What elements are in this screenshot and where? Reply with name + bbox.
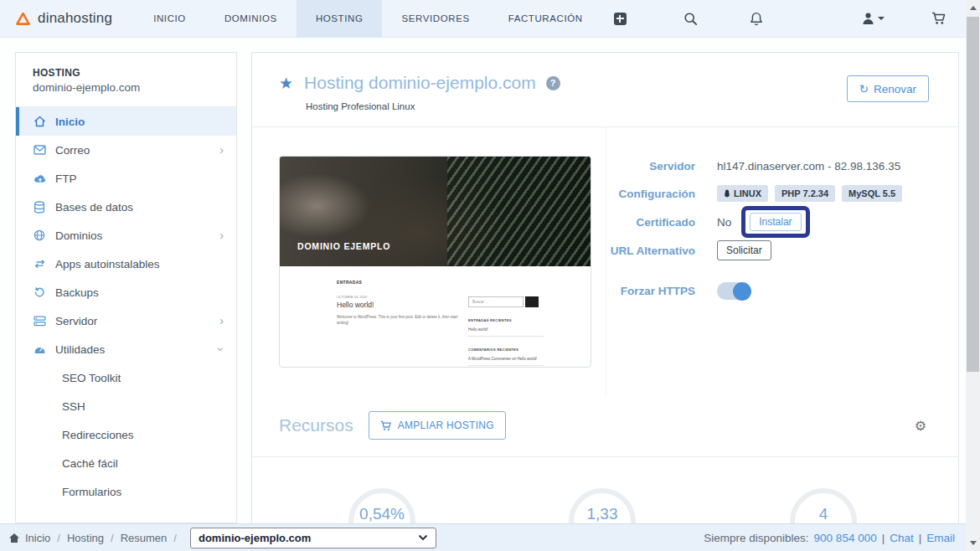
gear-settings-icon[interactable]: ⚙ <box>915 418 926 434</box>
linux-penguin-icon <box>724 189 730 198</box>
globe-icon <box>34 229 55 241</box>
notifications-bell-icon[interactable] <box>750 12 763 26</box>
sidebar-item-label: Servidor <box>55 315 97 327</box>
database-icon <box>34 201 55 214</box>
hosting-details: Servidor hl147.dinaserver.com - 82.98.13… <box>607 127 942 300</box>
overview-divider <box>606 127 606 395</box>
sidebar-product-type: HOSTING <box>33 67 219 79</box>
sidebar-item-apps-autoinstalables[interactable]: Apps autoinstalables <box>16 250 236 278</box>
sidebar-item-label: FTP <box>55 173 77 185</box>
main-panel: ★ Hosting dominio-ejemplo.com ? Hosting … <box>251 52 959 551</box>
nav-item-servidores[interactable]: SERVIDORES <box>382 0 488 38</box>
certificate-row: Certificado No Instalar <box>607 205 942 239</box>
site-preview-thumbnail[interactable]: DOMINIO EJEMPLO ENTRADAS OCTUBRE 14, 202… <box>279 156 591 368</box>
favorite-star-icon[interactable]: ★ <box>279 74 293 93</box>
preview-search-input: Buscar ... <box>468 296 524 307</box>
add-product-icon[interactable] <box>614 13 627 25</box>
panel-header: ★ Hosting dominio-ejemplo.com ? Hosting … <box>252 53 958 126</box>
sidebar-item-ssh[interactable]: SSH <box>16 392 236 420</box>
instalar-button[interactable]: Instalar <box>750 213 801 231</box>
php-badge: PHP 7.2.34 <box>775 185 835 202</box>
nav-item-hosting[interactable]: HOSTING <box>297 0 383 38</box>
preview-recent-comment: A WordPress Commenter on Hello world! <box>468 357 544 366</box>
sidebar-item-dominios[interactable]: Dominios › <box>16 221 236 250</box>
gauge-value: 4 <box>795 505 852 523</box>
sidebar-item-cache-facil[interactable]: Caché fácil <box>16 449 236 477</box>
sidebar-item-utilidades[interactable]: Utilidades › <box>16 335 236 363</box>
linux-badge-label: LINUX <box>734 188 761 198</box>
chevron-down-icon: › <box>215 348 229 352</box>
preview-hero-image: DOMINIO EJEMPLO <box>280 157 591 266</box>
ampliar-hosting-label: AMPLIAR HOSTING <box>398 420 494 431</box>
sidebar-item-seo-toolkit[interactable]: SEO Toolkit <box>16 363 236 392</box>
force-https-label: Forzar HTTPS <box>607 285 717 297</box>
sidebar: HOSTING dominio-ejemplo.com Inicio Corre… <box>15 52 237 523</box>
ampliar-hosting-button[interactable]: AMPLIAR HOSTING <box>369 411 506 440</box>
help-icon[interactable]: ? <box>546 76 560 90</box>
sidebar-item-inicio[interactable]: Inicio <box>16 107 236 136</box>
gauge-value: 0,54% <box>353 505 410 523</box>
preview-post-date: OCTUBRE 14, 2020 <box>337 295 582 299</box>
sidebar-item-backups[interactable]: Backups <box>16 278 236 306</box>
cloud-upload-icon <box>34 173 55 183</box>
sidebar-item-label: Caché fácil <box>62 457 118 470</box>
nav-item-facturacion[interactable]: FACTURACIÓN <box>489 0 602 38</box>
preview-recent-comments-header: COMENTARIOS RECIENTES <box>468 348 544 352</box>
sidebar-item-label: Utilidades <box>55 343 105 356</box>
breadcrumb-resumen[interactable]: Resumen <box>121 532 168 544</box>
nav-item-dominios[interactable]: DOMINIOS <box>205 0 297 38</box>
recursos-section: Recursos AMPLIAR HOSTING ⚙ <box>252 394 958 457</box>
gauge-utilities-icon <box>34 344 55 355</box>
sidebar-item-formularios[interactable]: Formularios <box>16 477 236 506</box>
preview-posts-header: ENTRADAS <box>337 280 582 285</box>
chevron-right-icon: › <box>219 143 224 157</box>
history-restore-icon <box>34 286 55 298</box>
logo-text: dinahosting <box>38 10 112 27</box>
dinahosting-triangle-icon <box>15 12 31 26</box>
pipe-separator: | <box>919 532 922 544</box>
preview-site-title: DOMINIO EJEMPLO <box>297 241 390 251</box>
support-contact: Siempre disponibles: 900 854 000 | Chat … <box>704 532 955 544</box>
sidebar-item-label: Formularios <box>62 486 121 498</box>
account-user-icon[interactable] <box>862 12 885 25</box>
solicitar-button[interactable]: Solicitar <box>717 240 771 260</box>
sidebar-item-label: Correo <box>55 144 90 157</box>
dinahosting-logo[interactable]: dinahosting <box>0 10 134 27</box>
scrollbar-up-arrow[interactable] <box>970 6 977 10</box>
certificate-value: No <box>717 216 731 229</box>
chevron-down-icon <box>418 534 428 541</box>
nav-item-inicio[interactable]: INICIO <box>134 0 205 38</box>
account-caret-icon <box>878 17 885 20</box>
sidebar-item-label: Inicio <box>55 116 85 128</box>
preview-recent-post: Hello world! <box>468 327 544 337</box>
sidebar-item-redirecciones[interactable]: Redirecciones <box>16 420 236 449</box>
scrollbar-down-arrow[interactable] <box>970 541 977 545</box>
force-https-row: Forzar HTTPS <box>607 282 942 300</box>
sidebar-item-ftp[interactable]: FTP <box>16 164 236 193</box>
domain-select[interactable]: dominio-ejemplo.com <box>190 528 436 548</box>
breadcrumb-inicio[interactable]: Inicio <box>25 532 50 544</box>
cart-icon <box>380 420 392 431</box>
top-navbar: dinahosting INICIO DOMINIOS HOSTING SERV… <box>0 0 980 38</box>
breadcrumb-separator: / <box>167 532 183 544</box>
force-https-toggle[interactable] <box>717 282 750 300</box>
alt-url-row: URL Alternativo Solicitar <box>607 240 942 260</box>
breadcrumb-home-icon[interactable] <box>8 533 20 543</box>
sidebar-item-label: Bases de datos <box>55 201 133 214</box>
linux-badge: LINUX <box>717 185 768 202</box>
refresh-icon: ↻ <box>859 82 869 95</box>
chat-link[interactable]: Chat <box>890 532 914 544</box>
renovar-button[interactable]: ↻ Renovar <box>847 75 929 102</box>
sidebar-item-servidor[interactable]: Servidor › <box>16 306 236 335</box>
search-icon[interactable] <box>683 12 698 26</box>
sidebar-item-bases-de-datos[interactable]: Bases de datos <box>16 193 236 221</box>
sidebar-item-correo[interactable]: Correo › <box>16 136 236 164</box>
recursos-title: Recursos <box>279 415 353 435</box>
email-link[interactable]: Email <box>926 532 955 544</box>
server-value: hl147.dinaserver.com - 82.98.136.35 <box>717 160 900 173</box>
bottom-bar: Inicio / Hosting / Resumen / dominio-eje… <box>0 523 980 551</box>
support-phone-link[interactable]: 900 854 000 <box>814 532 877 544</box>
scrollbar-thumb[interactable] <box>967 17 979 372</box>
cart-icon[interactable] <box>931 12 946 25</box>
breadcrumb-hosting[interactable]: Hosting <box>67 532 104 544</box>
